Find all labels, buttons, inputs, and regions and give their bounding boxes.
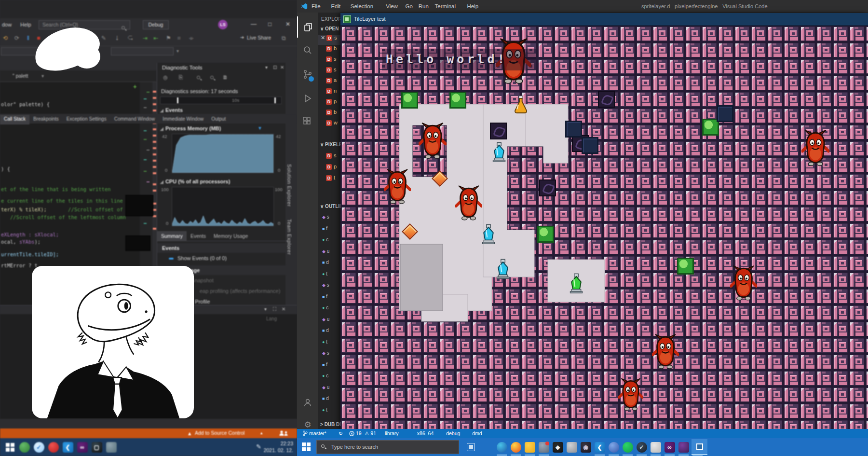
open-editor-row[interactable]: Dn: [318, 88, 340, 98]
start-button[interactable]: [302, 442, 311, 451]
outline-symbol-row[interactable]: ■ f: [322, 294, 327, 299]
menu-selection[interactable]: Selection: [351, 3, 373, 9]
add-to-source-control-button[interactable]: Add to Source Control: [195, 430, 244, 436]
windows-ink-icon[interactable]: ✎: [256, 443, 261, 450]
taskbar-icon-app-check[interactable]: ✓: [33, 441, 45, 453]
taskbar-icon-vscode[interactable]: ❮: [594, 441, 606, 453]
share-icon[interactable]: ⧉: [282, 35, 286, 41]
outline-symbol-row[interactable]: ● c: [322, 373, 328, 378]
folder-file-row[interactable]: Dt: [318, 175, 340, 185]
heap-profiling-label[interactable]: eap profiling (affects performance): [200, 288, 280, 294]
status-item-library[interactable]: library: [385, 430, 399, 436]
panel-dropdown-icon[interactable]: ▾: [264, 306, 267, 312]
flag3-icon[interactable]: ⌯: [189, 35, 194, 41]
outline-symbol-row[interactable]: ■ f: [322, 362, 327, 367]
game-viewport[interactable]: Hello world!: [340, 26, 868, 430]
bookmark-icon[interactable]: ⚑: [166, 35, 171, 41]
taskbar-search-box[interactable]: Type here to search: [316, 440, 459, 454]
bottom-tab-call-stack[interactable]: Call Stack: [0, 115, 29, 124]
taskbar-icon-tilelayer-window[interactable]: [692, 439, 707, 455]
taskbar-icon-app-gray[interactable]: [105, 441, 117, 453]
taskbar-icon-globe-app[interactable]: [608, 441, 620, 453]
task-view-button[interactable]: [467, 443, 475, 451]
activity-search-icon[interactable]: [297, 40, 318, 61]
solution-explorer-tab[interactable]: Solution Explorer: [286, 164, 292, 207]
status-item-dmd[interactable]: dmd: [472, 430, 482, 436]
combo-more-icon[interactable]: ▾: [176, 48, 179, 54]
open-editor-row[interactable]: Da: [318, 77, 340, 87]
process-memory-header[interactable]: ◢Process Memory (MB): [160, 125, 221, 131]
outline-symbol-row[interactable]: ◆ s: [322, 350, 329, 356]
menu-help[interactable]: Help: [467, 3, 478, 9]
diag-reset-view-icon[interactable]: 🗎: [220, 74, 231, 84]
diag-zoom-in-icon[interactable]: [193, 74, 203, 84]
open-editor-row[interactable]: Db: [318, 45, 340, 55]
memory-filter-icon[interactable]: ▼: [258, 125, 262, 131]
taskbar-icon-box-app[interactable]: [566, 441, 578, 453]
taskbar-icon-mail-badge[interactable]: [538, 441, 550, 453]
minimize-button[interactable]: —: [251, 21, 257, 28]
outline-symbol-row[interactable]: ● t: [322, 407, 327, 413]
menu-view[interactable]: View: [386, 3, 398, 9]
open-editors-section[interactable]: ∨ OPEN EDI: [320, 26, 340, 31]
team-explorer-tab[interactable]: Team Explorer: [286, 219, 292, 255]
dub-dependencies-section[interactable]: > DUB DE: [320, 422, 340, 427]
panel-expand-icon[interactable]: ⛶: [273, 306, 276, 312]
taskbar-icon-app-light[interactable]: [650, 441, 662, 453]
taskbar-icon-visual-studio[interactable]: ∞: [664, 441, 676, 453]
diag-tab-events[interactable]: Events: [187, 231, 210, 241]
diag-tab-summary[interactable]: Summary: [157, 231, 187, 241]
folder-file-row[interactable]: Dp: [318, 164, 340, 174]
activity-source-control-icon[interactable]: [297, 64, 318, 85]
step-green-icon[interactable]: ⇥: [143, 35, 148, 41]
panel-close-icon[interactable]: ✕: [282, 306, 285, 312]
activity-explorer-icon[interactable]: [297, 16, 318, 38]
menu-edit[interactable]: Edit: [331, 3, 340, 9]
outline-symbol-row[interactable]: ■ d: [322, 260, 329, 265]
outline-symbol-row[interactable]: ◆ s: [322, 282, 329, 288]
add-green-icon[interactable]: +: [133, 83, 137, 90]
menu-run[interactable]: Run: [419, 3, 429, 9]
bottom-tab-breakpoints[interactable]: Breakpoints: [29, 115, 63, 122]
taskbar-icon-app-red-circle[interactable]: [47, 441, 59, 453]
step-over-icon[interactable]: ⮎: [127, 35, 133, 41]
activity-run-debug-icon[interactable]: [297, 88, 318, 109]
open-editor-row[interactable]: Ds: [318, 67, 340, 77]
diag-export-icon[interactable]: ⎘: [176, 74, 186, 84]
panel-dropdown-icon[interactable]: ▾: [265, 65, 268, 70]
vs-combo-2[interactable]: [111, 47, 174, 55]
branch-status[interactable]: master*: [303, 430, 326, 436]
bottom-tab-immediate-window[interactable]: Immediate Window: [159, 115, 207, 122]
menu-terminal[interactable]: Terminal: [435, 3, 456, 9]
taskbar-icon-media-app[interactable]: [678, 441, 690, 453]
cpu-section-header[interactable]: ◢CPU (% of all processors): [160, 179, 230, 184]
taskbar-icon-start-button[interactable]: [4, 441, 16, 453]
open-editor-row[interactable]: Dw: [318, 120, 340, 130]
outline-symbol-row[interactable]: ■ d: [322, 396, 329, 401]
timeline-caret-end[interactable]: [274, 97, 276, 103]
step-green2-icon[interactable]: ⇤: [153, 35, 158, 41]
taskbar-icon-file-explorer[interactable]: [524, 441, 536, 453]
outline-symbol-row[interactable]: ◆ u: [322, 249, 329, 254]
outline-symbol-row[interactable]: ◆ s: [322, 214, 329, 220]
folder-section[interactable]: ∨ PIXELPE: [320, 142, 340, 147]
status-item-debug[interactable]: debug: [446, 430, 460, 436]
errors-status[interactable]: 19: [349, 430, 362, 436]
outline-symbol-row[interactable]: ● t: [322, 339, 327, 345]
navigate-back-icon[interactable]: ⟲: [3, 35, 8, 41]
taskbar-icon-vscode[interactable]: ❮: [62, 441, 74, 453]
maximize-button[interactable]: □: [268, 21, 271, 28]
sync-icon[interactable]: ↻: [339, 430, 343, 436]
outline-symbol-row[interactable]: ◆ u: [322, 317, 329, 322]
outline-symbol-row[interactable]: ■ d: [322, 328, 329, 333]
bottom-tab-command-window[interactable]: Command Window: [110, 115, 159, 122]
taskbar-icon-visual-studio[interactable]: ∞: [76, 441, 88, 453]
status-item-x86_64[interactable]: x86_64: [417, 430, 434, 436]
close-button[interactable]: ✕: [285, 21, 290, 28]
outline-symbol-row[interactable]: ● t: [322, 271, 327, 276]
panel-pin-icon[interactable]: ⊡: [273, 65, 277, 70]
show-events-link[interactable]: Show Events (0 of 0): [169, 255, 227, 261]
panel-close-icon[interactable]: ✕: [280, 65, 284, 70]
vs-doc-dropdown[interactable]: " palett: [13, 73, 28, 79]
outline-symbol-row[interactable]: ■ f: [322, 226, 327, 231]
